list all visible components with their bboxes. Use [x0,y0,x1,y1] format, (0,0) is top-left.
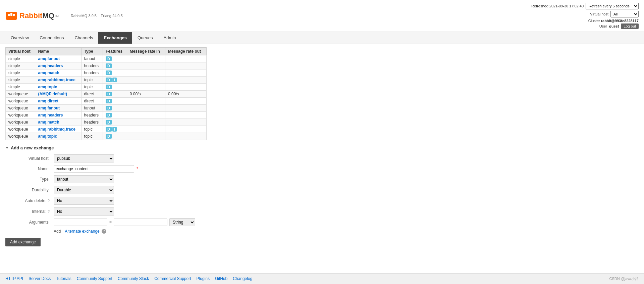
cell-features: DI [103,126,127,133]
cell-features: D [103,133,127,140]
badge-d: D [106,113,112,117]
logo: RabbitMQ TM [5,10,59,22]
cell-type: topic [81,77,103,84]
internal-field[interactable]: No Yes [54,207,114,216]
cell-name[interactable]: amq.match [35,119,81,126]
badge-d: D [106,99,112,103]
add-text: Add [54,229,61,234]
cell-name[interactable]: amq.fanout [35,105,81,112]
cell-rate-out [165,98,207,105]
add-exchange-button[interactable]: Add exchange [5,238,41,246]
badge-i: I [112,127,117,132]
cell-vhost: workqueue [6,133,35,140]
nav-channels[interactable]: Channels [69,32,98,44]
rabbitmq-version: RabbitMQ 3.9.5 [71,14,97,18]
cell-features: D [103,62,127,69]
content-area: Virtual host Name Type Features Message … [5,47,639,267]
cell-name[interactable]: amq.headers [35,112,81,119]
durability-field[interactable]: Durable Transient [54,186,114,194]
section-title: Add a new exchange [11,145,54,150]
cell-type: headers [81,119,103,126]
arguments-field-label: Arguments: [5,220,52,225]
cell-rate-in [127,69,165,77]
add-exchange-form: Virtual host: pubsub / workqueue simple … [5,154,207,234]
user-label: User [599,24,607,28]
cell-name[interactable]: (AMQP default) [35,91,81,98]
internal-field-container: No Yes [54,207,207,216]
internal-field-label: Internal: ? [5,209,52,214]
svg-rect-3 [10,13,12,16]
cell-rate-in [127,84,165,91]
col-vhost: Virtual host [6,48,35,55]
col-features: Features [103,48,127,55]
cell-vhost: workqueue [6,112,35,119]
badge-i: I [112,78,117,82]
name-field[interactable] [54,165,134,173]
toggle-icon: ▼ [5,146,9,150]
cell-name[interactable]: amq.topic [35,84,81,91]
arguments-value-input[interactable] [114,219,167,226]
cluster-label: Cluster [588,19,600,23]
nav-admin[interactable]: Admin [158,32,181,44]
cell-rate-in: 0.00/s [127,91,165,98]
cell-features: DI [103,77,127,84]
vhost-field[interactable]: pubsub / workqueue simple [54,154,114,162]
table-row: simpleamq.matchheadersD [6,69,207,77]
cell-name[interactable]: amq.match [35,69,81,77]
arguments-key-input[interactable] [54,219,107,226]
cluster-value: rabbit@993fc8228117 [601,19,639,23]
cell-name[interactable]: amq.headers [35,62,81,69]
auto-delete-field[interactable]: No Yes [54,197,114,205]
badge-d: D [106,134,112,139]
type-field[interactable]: fanout direct topic headers [54,175,114,183]
cell-type: headers [81,69,103,77]
add-exchange-header[interactable]: ▼ Add a new exchange [5,145,639,150]
cell-rate-in [127,105,165,112]
cell-type: headers [81,112,103,119]
table-row: workqueueamq.rabbitmq.tracetopicDI [6,126,207,133]
nav-queues[interactable]: Queues [132,32,158,44]
alt-exchange-link[interactable]: Alternate exchange [65,229,99,234]
cell-vhost: simple [6,77,35,84]
cell-vhost: workqueue [6,126,35,133]
nav-connections[interactable]: Connections [34,32,69,44]
cell-rate-in [127,133,165,140]
cell-rate-out [165,112,207,119]
cell-rate-in [127,55,165,62]
cell-name[interactable]: amq.direct [35,98,81,105]
cell-features: D [103,119,127,126]
cell-vhost: workqueue [6,91,35,98]
name-field-container: * [54,165,207,173]
cell-rate-out: 0.00/s [165,91,207,98]
svg-rect-2 [13,14,15,16]
cell-name[interactable]: amq.rabbitmq.trace [35,77,81,84]
col-rate-out: Message rate out [165,48,207,55]
cell-type: topic [81,84,103,91]
arguments-type-select[interactable]: String Number Boolean [169,218,195,226]
badge-d: D [106,85,112,89]
cell-vhost: simple [6,62,35,69]
alt-exchange-help-icon[interactable]: ? [102,229,106,234]
table-row: workqueueamq.headersheadersD [6,112,207,119]
cell-rate-in [127,126,165,133]
type-field-label: Type: [5,177,52,182]
cell-rate-out [165,69,207,77]
main-content: Virtual host Name Type Features Message … [0,44,644,270]
refresh-interval-select[interactable]: Refresh every 5 seconds Refresh every 10… [586,3,639,9]
nav-overview[interactable]: Overview [5,32,34,44]
table-row: workqueueamq.topictopicD [6,133,207,140]
table-row: simpleamq.headersheadersD [6,62,207,69]
user-value: guest [609,24,619,28]
vhost-select[interactable]: All pubsub / workqueue simple [610,11,639,17]
cell-name[interactable]: amq.topic [35,133,81,140]
arguments-field-container: = String Number Boolean [54,218,207,226]
cell-name[interactable]: amq.rabbitmq.trace [35,126,81,133]
svg-rect-1 [8,14,10,16]
auto-delete-help-icon: ? [48,199,50,203]
cell-name[interactable]: amq.fanout [35,55,81,62]
internal-help-icon: ? [48,209,50,214]
version-info: RabbitMQ 3.9.5 Erlang 24.0.5 [71,14,123,18]
cell-rate-in [127,119,165,126]
nav-exchanges[interactable]: Exchanges [98,32,132,44]
logout-button[interactable]: Log out [621,23,639,29]
